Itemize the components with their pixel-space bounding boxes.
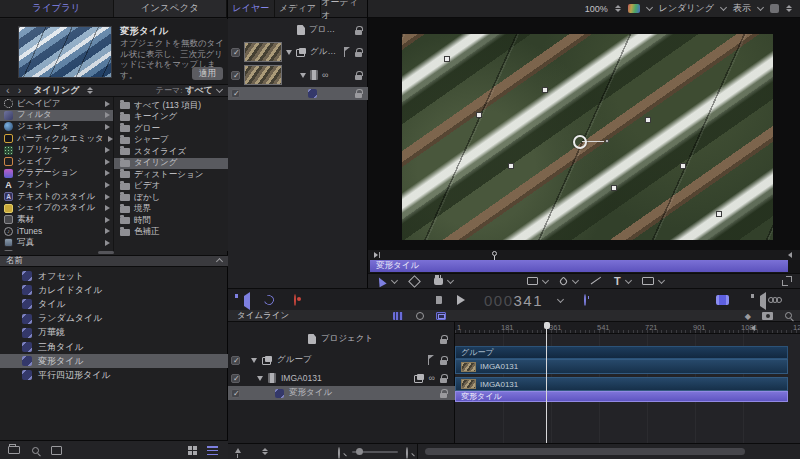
disclosure-icon[interactable] [286, 50, 292, 55]
pan-tool-icon[interactable] [434, 277, 443, 285]
zoom-level[interactable]: 100% [585, 4, 608, 14]
nav-back-icon[interactable]: ‹ [6, 85, 10, 96]
zoom-in-icon[interactable] [406, 447, 408, 459]
subcategory-blur[interactable]: ぼかし [114, 192, 228, 203]
layer-row-clip[interactable] [228, 64, 368, 86]
filter-item-triangle-tile[interactable]: 三角タイル [0, 340, 228, 354]
disclosure-icon[interactable] [257, 376, 263, 381]
name-list-header[interactable]: 名前 [0, 255, 228, 267]
timeline-zoom-icon[interactable] [785, 312, 792, 319]
timecode-chevron-icon[interactable] [557, 296, 564, 303]
category-photos[interactable]: 写真 [0, 237, 113, 249]
layer-row-filter-selected[interactable] [228, 87, 368, 100]
timeline-row-group[interactable]: グループ [228, 352, 455, 368]
tile-handle[interactable] [645, 117, 651, 123]
audio-monitor-icon[interactable] [760, 292, 766, 310]
mini-timeline-filter-bar[interactable]: 変形タイル [370, 260, 788, 272]
timeline-track-area[interactable]: 1 181 361 541 721 901 1081 1261 グループ IMG… [455, 322, 800, 443]
subcategory-glow[interactable]: グロー [114, 123, 228, 134]
lock-icon[interactable] [355, 75, 362, 80]
visibility-checkbox[interactable] [231, 71, 240, 80]
mask-tool-icon[interactable] [642, 277, 654, 285]
category-shape-styles[interactable]: シェイプのスタイル [0, 202, 113, 214]
pan-tool-chevron-icon[interactable] [447, 276, 454, 283]
view-chevron-icon[interactable] [757, 4, 764, 11]
subcategory-distortion[interactable]: ディストーション [114, 169, 228, 180]
lock-icon[interactable] [440, 378, 447, 383]
video-track-toggle-icon[interactable] [393, 312, 403, 320]
category-materials[interactable]: 素材 [0, 214, 113, 226]
category-itunes[interactable]: ♪iTunes [0, 226, 113, 238]
layer-row-project[interactable]: プロ… [228, 22, 368, 38]
lock-icon[interactable] [440, 339, 447, 344]
mask-tool-chevron-icon[interactable] [658, 276, 665, 283]
record-icon[interactable] [294, 294, 296, 306]
lock-icon[interactable] [440, 360, 447, 365]
canvas-viewport[interactable] [368, 18, 800, 250]
disclosure-icon[interactable] [300, 73, 306, 78]
timeline-hscroll-thumb[interactable] [425, 448, 745, 455]
zoom-stepper[interactable] [615, 5, 621, 12]
subcategory-time[interactable]: 時間 [114, 215, 228, 226]
filter-item-kaleidotile[interactable]: カレイドタイル [0, 283, 228, 297]
tab-library[interactable]: ライブラリ [0, 0, 114, 17]
flag-icon[interactable] [343, 47, 351, 57]
timeline-bar-clip1[interactable]: IMGA0131 [455, 359, 788, 374]
subcategory-all[interactable]: すべて (113 項目) [114, 100, 228, 111]
tile-handle[interactable] [680, 163, 686, 169]
tile-handle[interactable] [542, 87, 548, 93]
zoom-out-icon[interactable] [338, 447, 340, 459]
layer-row-group[interactable]: グル… [228, 41, 368, 63]
channels-icon[interactable] [628, 4, 640, 13]
new-folder-icon[interactable] [8, 446, 20, 454]
track-height-stepper[interactable] [262, 448, 268, 455]
audio-enable-icon[interactable] [244, 292, 250, 310]
render-chevron-icon[interactable] [720, 4, 727, 11]
bezier-tool-chevron-icon[interactable] [572, 276, 579, 283]
theme-chevron-icon[interactable] [216, 86, 223, 93]
subcategory-tiling[interactable]: タイリング [114, 158, 228, 169]
visibility-checkbox[interactable] [231, 356, 240, 365]
timeline-ruler[interactable]: 1 181 361 541 721 901 1081 1261 [455, 322, 800, 334]
grid-view-icon[interactable] [188, 446, 197, 455]
tab-inspector[interactable]: インスペクタ [114, 0, 228, 17]
subcategory-border[interactable]: 境界 [114, 204, 228, 215]
loop-playback-icon[interactable] [262, 293, 275, 306]
text-tool-chevron-icon[interactable] [625, 276, 632, 283]
center-control-ring[interactable] [573, 135, 587, 149]
lock-icon[interactable] [355, 93, 362, 98]
center-handle-dot[interactable] [605, 139, 609, 143]
filter-item-random-tile[interactable]: ランダムタイル [0, 312, 228, 326]
category-generators[interactable]: ジェネレータ [0, 121, 113, 133]
play-button[interactable] [457, 295, 465, 305]
visibility-checkbox[interactable] [231, 374, 240, 383]
filter-item-kaleidoscope[interactable]: 万華鏡 [0, 326, 228, 340]
rectangle-tool-chevron-icon[interactable] [542, 276, 549, 283]
flag-icon[interactable] [427, 355, 435, 365]
timecode-display[interactable]: 000341 [484, 292, 543, 309]
filter-item-parallelogram-tile[interactable]: 平行四辺形タイル [0, 368, 228, 382]
category-text-styles[interactable]: Aテキストのスタイル [0, 191, 113, 203]
subcategory-color-correction[interactable]: 色補正 [114, 227, 228, 238]
keyframe-toggle-icon[interactable] [416, 312, 424, 320]
category-behaviors[interactable]: ビヘイビア [0, 98, 113, 110]
timeline-row-project[interactable]: プロジェクト [228, 332, 455, 346]
snapshot-icon[interactable] [762, 312, 773, 320]
search-icon[interactable] [32, 447, 39, 454]
filter-item-deform-tile[interactable]: 変形タイル [0, 354, 228, 368]
subcategory-video[interactable]: ビデオ [114, 181, 228, 192]
tab-media[interactable]: メディア [275, 0, 322, 17]
go-to-start-button[interactable] [436, 296, 442, 304]
lock-icon[interactable] [440, 393, 447, 398]
tile-handle[interactable] [444, 56, 450, 62]
category-replicators[interactable]: リプリケータ [0, 144, 113, 156]
tile-handle[interactable] [508, 163, 514, 169]
mini-timeline-ruler[interactable] [368, 250, 800, 260]
keyframe-nav-icon[interactable] [745, 311, 751, 321]
rectangle-tool-icon[interactable] [527, 277, 538, 285]
text-tool-icon[interactable] [614, 275, 621, 287]
visibility-checkbox[interactable] [231, 89, 240, 98]
timeline-row-clip[interactable]: IMGA0131 [228, 370, 455, 386]
channels-chevron-icon[interactable] [646, 4, 653, 11]
apply-button[interactable]: 適用 [192, 67, 223, 80]
